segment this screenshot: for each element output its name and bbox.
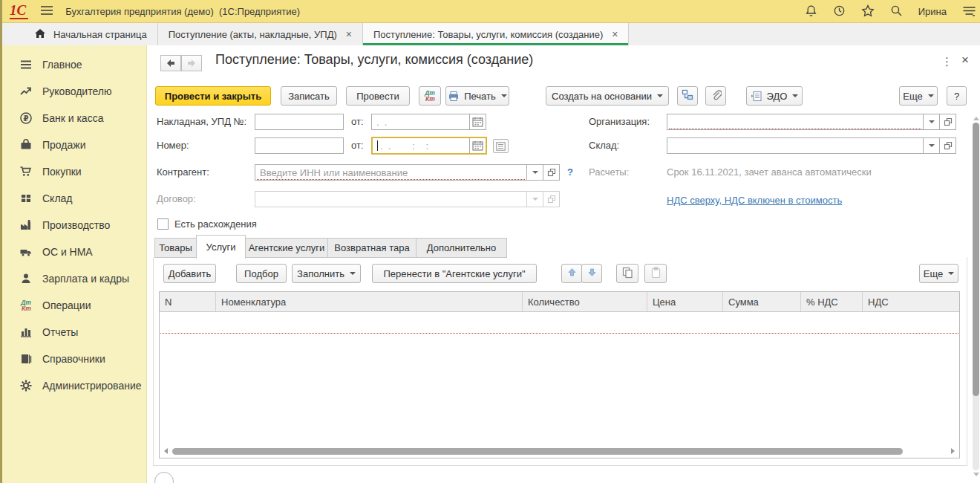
move-row-up-button[interactable] [561,264,582,283]
column-header-vat[interactable]: НДС [863,292,959,311]
tab-close-icon[interactable]: × [612,28,618,40]
tab-receipt-create[interactable]: Поступление: Товары, услуги, комиссия (с… [363,23,629,45]
table-horizontal-scrollbar[interactable] [164,447,955,456]
table-more-button[interactable]: Еще [919,264,958,283]
sidebar-item-production[interactable]: Производство [2,212,146,239]
close-icon[interactable]: × [961,53,969,68]
sidebar-item-bank-cash[interactable]: ₽ Банк и касса [2,105,146,132]
invoice-date-input[interactable]: . . [371,114,486,130]
form-menu-icon[interactable]: ⋮ [941,55,953,68]
scrollbar-thumb[interactable] [172,448,903,455]
dtkt-postings-button[interactable]: ДтКт [419,86,441,106]
notifications-bell-icon[interactable] [805,4,817,19]
tab-home[interactable]: Начальная страница [2,23,158,45]
scroll-left-icon[interactable] [164,448,168,454]
window-tab-bar: Начальная страница Поступление (акты, на… [2,23,980,45]
copy-rows-button[interactable] [616,264,638,283]
sidebar-item-purchases[interactable]: Покупки [2,158,146,185]
column-header-nomenclature[interactable]: Номенклатура [216,292,523,311]
calendar-icon[interactable] [469,138,486,153]
sidebar-item-warehouse[interactable]: Склад [2,185,146,212]
cart-icon [19,165,33,178]
scroll-right-icon[interactable] [951,448,955,454]
arrow-up-icon [567,268,577,279]
search-icon[interactable] [890,4,903,19]
main-menu-icon[interactable] [40,5,53,18]
scroll-up-icon[interactable] [973,117,979,120]
organization-input[interactable] [667,114,956,130]
tab-services[interactable]: Услуги [196,235,246,259]
warehouse-input[interactable] [667,137,956,154]
back-button[interactable] [160,55,181,71]
sidebar-item-reports[interactable]: Отчеты [2,319,146,346]
edo-document-icon [751,91,762,102]
more-button[interactable]: Еще [899,86,938,106]
footer-collapsed-section[interactable] [154,472,174,483]
tab-close-icon[interactable]: × [346,28,352,40]
chevron-down-icon[interactable] [923,114,939,129]
invoice-number-input[interactable] [255,114,344,130]
svg-text:₽: ₽ [24,114,29,123]
current-user[interactable]: Ирина [918,6,947,17]
create-based-on-button[interactable]: Создать на основании [546,86,669,106]
column-header-price[interactable]: Цена [647,292,723,311]
sidebar-item-fixed-assets[interactable]: ОС и НМА [2,239,146,265]
help-button[interactable]: ? [947,86,967,106]
column-header-n[interactable]: N [160,292,216,311]
sidebar-label: Покупки [42,166,82,178]
column-header-sum[interactable]: Сумма [723,292,801,311]
column-header-quantity[interactable]: Количество [523,292,647,311]
edo-button[interactable]: ЭДО [746,86,803,106]
post-and-close-button[interactable]: Провести и закрыть [155,86,271,106]
form-vertical-scrollbar[interactable] [972,117,980,476]
number-list-icon[interactable] [493,139,509,153]
vat-mode-link[interactable]: НДС сверху, НДС включен в стоимость [667,195,842,206]
tab-goods[interactable]: Товары [154,238,197,258]
chevron-down-icon[interactable] [526,165,543,180]
attachments-button[interactable] [705,86,726,106]
forward-button[interactable] [181,55,202,71]
open-icon[interactable] [939,114,956,129]
chevron-down-icon[interactable] [923,138,939,153]
save-button[interactable]: Записать [281,86,337,106]
sidebar-item-sales[interactable]: Продажи [2,132,146,158]
document-date-input[interactable]: . . : : [371,137,487,155]
calendar-icon[interactable] [469,114,486,129]
sidebar-item-administration[interactable]: Администрирование [2,372,146,399]
discrepancy-checkbox[interactable] [157,218,169,230]
truck-icon [19,245,33,259]
related-documents-button[interactable] [677,86,698,106]
history-icon[interactable] [833,4,846,19]
sidebar-item-operations[interactable]: ДтКт Операции [2,292,146,319]
number-input[interactable] [255,137,344,154]
book-icon [19,352,33,366]
move-row-down-button[interactable] [581,264,602,283]
post-button[interactable]: Провести [346,86,410,106]
person-icon [19,272,33,285]
sidebar-label: Продажи [42,139,85,151]
open-icon[interactable] [939,138,956,153]
print-button[interactable]: Печать [445,86,509,106]
move-to-agent-services-button[interactable]: Перенести в "Агентские услуги" [372,264,537,283]
pick-button[interactable]: Подбор [236,264,287,283]
app-window: 1С Бухгалтерия предприятия (демо) (1С:Пр… [0,0,980,483]
fill-button[interactable]: Заполнить [292,264,361,283]
sidebar-item-directories[interactable]: Справочники [2,346,146,372]
tab-additional[interactable]: Дополнительно [416,238,507,258]
scrollbar-thumb[interactable] [973,123,979,396]
sidebar-item-manager[interactable]: Руководителю [2,78,146,105]
sidebar-item-main[interactable]: Главное [2,51,146,78]
favorites-star-icon[interactable] [861,4,875,19]
add-row-button[interactable]: Добавить [163,264,216,283]
tab-receipt-list[interactable]: Поступление (акты, накладные, УПД) × [158,23,363,45]
counterparty-input[interactable]: Введите ИНН или наименование [255,164,560,181]
grid-icon [19,192,33,205]
service-menu-icon[interactable] [962,5,976,19]
open-icon[interactable] [543,165,559,180]
column-header-vat-percent[interactable]: % НДС [801,292,863,311]
tab-agent-services[interactable]: Агентские услуги [245,238,328,258]
sidebar-item-salary-hr[interactable]: Зарплата и кадры [2,265,146,292]
tab-returnable-packaging[interactable]: Возвратная тара [327,238,416,258]
counterparty-help-icon[interactable]: ? [567,166,573,178]
scroll-down-icon[interactable] [973,473,979,476]
